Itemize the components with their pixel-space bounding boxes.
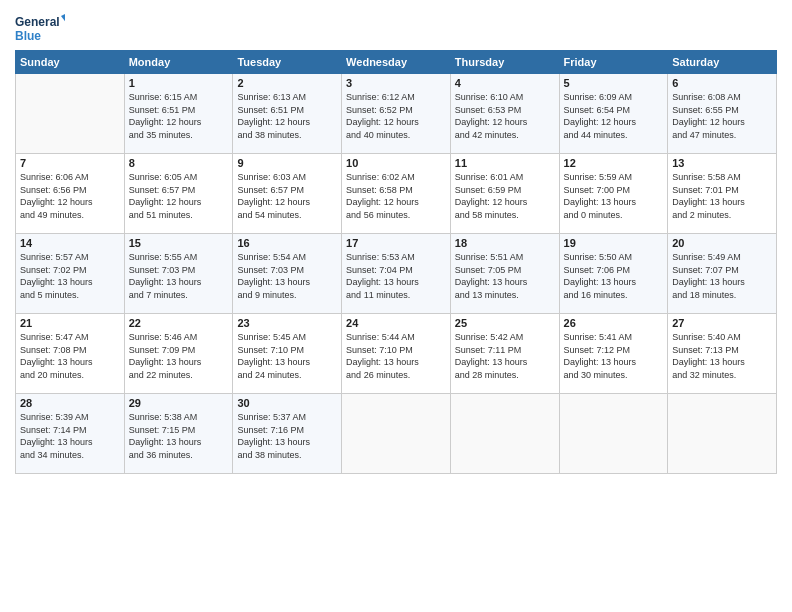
calendar-cell: 3Sunrise: 6:12 AM Sunset: 6:52 PM Daylig… xyxy=(342,74,451,154)
calendar-cell: 4Sunrise: 6:10 AM Sunset: 6:53 PM Daylig… xyxy=(450,74,559,154)
day-info: Sunrise: 5:38 AM Sunset: 7:15 PM Dayligh… xyxy=(129,411,229,461)
day-info: Sunrise: 5:59 AM Sunset: 7:00 PM Dayligh… xyxy=(564,171,664,221)
calendar-cell: 28Sunrise: 5:39 AM Sunset: 7:14 PM Dayli… xyxy=(16,394,125,474)
calendar-cell: 23Sunrise: 5:45 AM Sunset: 7:10 PM Dayli… xyxy=(233,314,342,394)
calendar-cell: 17Sunrise: 5:53 AM Sunset: 7:04 PM Dayli… xyxy=(342,234,451,314)
day-info: Sunrise: 5:42 AM Sunset: 7:11 PM Dayligh… xyxy=(455,331,555,381)
calendar-cell: 10Sunrise: 6:02 AM Sunset: 6:58 PM Dayli… xyxy=(342,154,451,234)
calendar-cell xyxy=(342,394,451,474)
calendar-cell: 14Sunrise: 5:57 AM Sunset: 7:02 PM Dayli… xyxy=(16,234,125,314)
day-number: 3 xyxy=(346,77,446,89)
calendar-cell: 19Sunrise: 5:50 AM Sunset: 7:06 PM Dayli… xyxy=(559,234,668,314)
calendar-cell xyxy=(668,394,777,474)
calendar-cell xyxy=(559,394,668,474)
calendar-header-row: SundayMondayTuesdayWednesdayThursdayFrid… xyxy=(16,51,777,74)
weekday-header: Thursday xyxy=(450,51,559,74)
day-info: Sunrise: 5:47 AM Sunset: 7:08 PM Dayligh… xyxy=(20,331,120,381)
day-number: 24 xyxy=(346,317,446,329)
calendar-cell: 26Sunrise: 5:41 AM Sunset: 7:12 PM Dayli… xyxy=(559,314,668,394)
day-number: 25 xyxy=(455,317,555,329)
day-info: Sunrise: 6:01 AM Sunset: 6:59 PM Dayligh… xyxy=(455,171,555,221)
day-info: Sunrise: 5:44 AM Sunset: 7:10 PM Dayligh… xyxy=(346,331,446,381)
calendar-week-row: 1Sunrise: 6:15 AM Sunset: 6:51 PM Daylig… xyxy=(16,74,777,154)
calendar-cell xyxy=(450,394,559,474)
calendar-cell: 22Sunrise: 5:46 AM Sunset: 7:09 PM Dayli… xyxy=(124,314,233,394)
weekday-header: Wednesday xyxy=(342,51,451,74)
weekday-header: Tuesday xyxy=(233,51,342,74)
calendar-cell: 15Sunrise: 5:55 AM Sunset: 7:03 PM Dayli… xyxy=(124,234,233,314)
day-info: Sunrise: 5:45 AM Sunset: 7:10 PM Dayligh… xyxy=(237,331,337,381)
calendar-week-row: 21Sunrise: 5:47 AM Sunset: 7:08 PM Dayli… xyxy=(16,314,777,394)
svg-marker-2 xyxy=(61,12,65,24)
calendar-cell: 2Sunrise: 6:13 AM Sunset: 6:51 PM Daylig… xyxy=(233,74,342,154)
day-number: 1 xyxy=(129,77,229,89)
page-container: General Blue SundayMondayTuesdayWednesda… xyxy=(0,0,792,484)
day-number: 6 xyxy=(672,77,772,89)
day-number: 11 xyxy=(455,157,555,169)
day-number: 20 xyxy=(672,237,772,249)
calendar-cell: 25Sunrise: 5:42 AM Sunset: 7:11 PM Dayli… xyxy=(450,314,559,394)
weekday-header: Sunday xyxy=(16,51,125,74)
day-info: Sunrise: 5:53 AM Sunset: 7:04 PM Dayligh… xyxy=(346,251,446,301)
day-number: 8 xyxy=(129,157,229,169)
calendar-cell: 27Sunrise: 5:40 AM Sunset: 7:13 PM Dayli… xyxy=(668,314,777,394)
calendar-week-row: 28Sunrise: 5:39 AM Sunset: 7:14 PM Dayli… xyxy=(16,394,777,474)
calendar-cell: 7Sunrise: 6:06 AM Sunset: 6:56 PM Daylig… xyxy=(16,154,125,234)
calendar-table: SundayMondayTuesdayWednesdayThursdayFrid… xyxy=(15,50,777,474)
weekday-header: Monday xyxy=(124,51,233,74)
day-number: 21 xyxy=(20,317,120,329)
day-number: 5 xyxy=(564,77,664,89)
calendar-cell: 1Sunrise: 6:15 AM Sunset: 6:51 PM Daylig… xyxy=(124,74,233,154)
day-number: 12 xyxy=(564,157,664,169)
day-info: Sunrise: 6:15 AM Sunset: 6:51 PM Dayligh… xyxy=(129,91,229,141)
day-number: 26 xyxy=(564,317,664,329)
calendar-cell: 20Sunrise: 5:49 AM Sunset: 7:07 PM Dayli… xyxy=(668,234,777,314)
day-info: Sunrise: 6:10 AM Sunset: 6:53 PM Dayligh… xyxy=(455,91,555,141)
day-number: 4 xyxy=(455,77,555,89)
day-info: Sunrise: 5:49 AM Sunset: 7:07 PM Dayligh… xyxy=(672,251,772,301)
day-number: 28 xyxy=(20,397,120,409)
header: General Blue xyxy=(15,10,777,46)
calendar-cell: 6Sunrise: 6:08 AM Sunset: 6:55 PM Daylig… xyxy=(668,74,777,154)
calendar-cell: 29Sunrise: 5:38 AM Sunset: 7:15 PM Dayli… xyxy=(124,394,233,474)
day-number: 27 xyxy=(672,317,772,329)
calendar-cell: 18Sunrise: 5:51 AM Sunset: 7:05 PM Dayli… xyxy=(450,234,559,314)
day-number: 14 xyxy=(20,237,120,249)
calendar-cell: 21Sunrise: 5:47 AM Sunset: 7:08 PM Dayli… xyxy=(16,314,125,394)
day-info: Sunrise: 5:50 AM Sunset: 7:06 PM Dayligh… xyxy=(564,251,664,301)
day-info: Sunrise: 6:05 AM Sunset: 6:57 PM Dayligh… xyxy=(129,171,229,221)
day-info: Sunrise: 5:57 AM Sunset: 7:02 PM Dayligh… xyxy=(20,251,120,301)
day-number: 23 xyxy=(237,317,337,329)
svg-text:General: General xyxy=(15,15,60,29)
weekday-header: Saturday xyxy=(668,51,777,74)
day-number: 16 xyxy=(237,237,337,249)
day-info: Sunrise: 5:39 AM Sunset: 7:14 PM Dayligh… xyxy=(20,411,120,461)
day-info: Sunrise: 6:09 AM Sunset: 6:54 PM Dayligh… xyxy=(564,91,664,141)
day-number: 10 xyxy=(346,157,446,169)
day-info: Sunrise: 5:46 AM Sunset: 7:09 PM Dayligh… xyxy=(129,331,229,381)
day-number: 19 xyxy=(564,237,664,249)
day-info: Sunrise: 6:06 AM Sunset: 6:56 PM Dayligh… xyxy=(20,171,120,221)
day-info: Sunrise: 5:41 AM Sunset: 7:12 PM Dayligh… xyxy=(564,331,664,381)
calendar-cell: 16Sunrise: 5:54 AM Sunset: 7:03 PM Dayli… xyxy=(233,234,342,314)
day-number: 7 xyxy=(20,157,120,169)
day-number: 2 xyxy=(237,77,337,89)
day-number: 22 xyxy=(129,317,229,329)
calendar-cell: 24Sunrise: 5:44 AM Sunset: 7:10 PM Dayli… xyxy=(342,314,451,394)
day-info: Sunrise: 6:13 AM Sunset: 6:51 PM Dayligh… xyxy=(237,91,337,141)
day-info: Sunrise: 5:37 AM Sunset: 7:16 PM Dayligh… xyxy=(237,411,337,461)
calendar-cell: 5Sunrise: 6:09 AM Sunset: 6:54 PM Daylig… xyxy=(559,74,668,154)
calendar-cell xyxy=(16,74,125,154)
day-info: Sunrise: 5:58 AM Sunset: 7:01 PM Dayligh… xyxy=(672,171,772,221)
day-info: Sunrise: 5:54 AM Sunset: 7:03 PM Dayligh… xyxy=(237,251,337,301)
day-info: Sunrise: 6:08 AM Sunset: 6:55 PM Dayligh… xyxy=(672,91,772,141)
calendar-cell: 8Sunrise: 6:05 AM Sunset: 6:57 PM Daylig… xyxy=(124,154,233,234)
day-info: Sunrise: 5:40 AM Sunset: 7:13 PM Dayligh… xyxy=(672,331,772,381)
svg-text:Blue: Blue xyxy=(15,29,41,43)
day-info: Sunrise: 5:51 AM Sunset: 7:05 PM Dayligh… xyxy=(455,251,555,301)
day-info: Sunrise: 5:55 AM Sunset: 7:03 PM Dayligh… xyxy=(129,251,229,301)
day-number: 30 xyxy=(237,397,337,409)
day-number: 17 xyxy=(346,237,446,249)
calendar-cell: 9Sunrise: 6:03 AM Sunset: 6:57 PM Daylig… xyxy=(233,154,342,234)
weekday-header: Friday xyxy=(559,51,668,74)
